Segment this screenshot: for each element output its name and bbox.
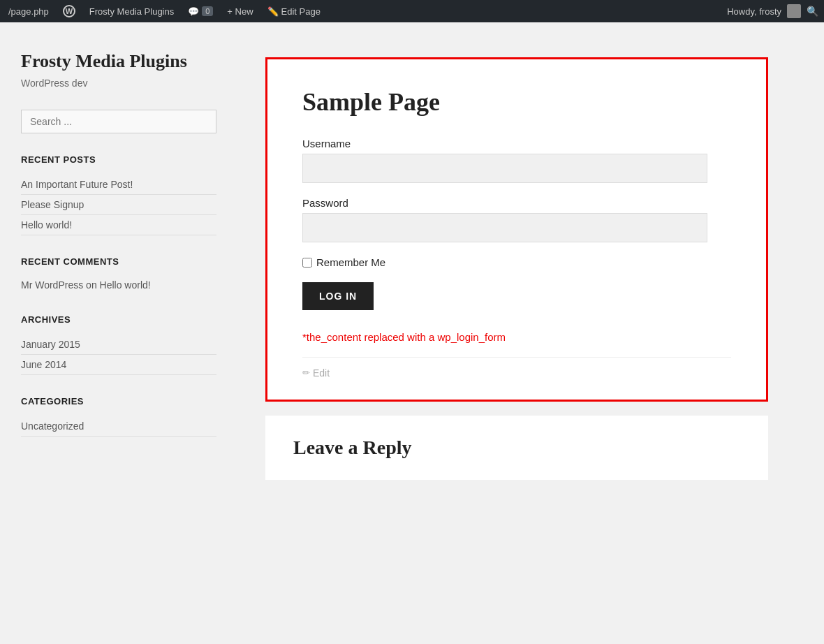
username-group: Username bbox=[302, 138, 707, 183]
categories-title: CATEGORIES bbox=[21, 396, 216, 407]
content-note: *the_content replaced with a wp_login_fo… bbox=[302, 331, 731, 343]
list-item[interactable]: June 2014 bbox=[21, 355, 216, 375]
remember-checkbox[interactable] bbox=[302, 258, 312, 268]
password-input[interactable] bbox=[302, 213, 707, 242]
login-form: Username Password Remember Me LOG IN bbox=[302, 138, 707, 331]
search-icon[interactable]: 🔍 bbox=[807, 6, 818, 17]
username-label: Username bbox=[302, 138, 707, 149]
password-group: Password bbox=[302, 197, 707, 242]
admin-bar-right: Howdy, frosty 🔍 bbox=[727, 4, 818, 18]
admin-bar-path[interactable]: /page.php bbox=[6, 0, 52, 22]
site-tagline: WordPress dev bbox=[21, 78, 216, 89]
avatar bbox=[787, 4, 801, 18]
comments-count: 0 bbox=[202, 6, 213, 16]
remember-label: Remember Me bbox=[316, 256, 385, 268]
admin-bar: /page.php W Frosty Media Plugins 💬 0 + N… bbox=[0, 0, 824, 22]
admin-bar-wp-logo[interactable]: W bbox=[60, 0, 78, 22]
site-title: Frosty Media Plugins bbox=[21, 50, 216, 72]
list-item[interactable]: An Important Future Post! bbox=[21, 175, 216, 195]
admin-bar-site[interactable]: Frosty Media Plugins bbox=[87, 0, 177, 22]
admin-bar-new[interactable]: + New bbox=[224, 0, 256, 22]
main-content: Sample Page Username Password Remember M… bbox=[237, 22, 824, 644]
wordpress-icon: W bbox=[63, 5, 75, 17]
username-input[interactable] bbox=[302, 154, 707, 183]
path-label: /page.php bbox=[8, 6, 49, 17]
list-item[interactable]: Please Signup bbox=[21, 195, 216, 215]
edit-pencil-icon: ✏ bbox=[302, 367, 310, 379]
search-input[interactable] bbox=[21, 110, 216, 133]
list-item[interactable]: Hello world! bbox=[21, 215, 216, 235]
categories-widget: CATEGORIES Uncategorized bbox=[21, 396, 216, 437]
new-label: + New bbox=[227, 6, 253, 17]
comment-on-text: on bbox=[86, 279, 99, 291]
edit-link[interactable]: Edit bbox=[313, 367, 330, 379]
recent-posts-widget: RECENT POSTS An Important Future Post! P… bbox=[21, 154, 216, 235]
login-button[interactable]: LOG IN bbox=[302, 282, 374, 310]
reply-title: Leave a Reply bbox=[293, 437, 740, 459]
sidebar: Frosty Media Plugins WordPress dev RECEN… bbox=[0, 22, 237, 644]
list-item[interactable]: Uncategorized bbox=[21, 416, 216, 437]
page-title: Sample Page bbox=[302, 87, 731, 117]
remember-row: Remember Me bbox=[302, 256, 707, 268]
comment-post-link[interactable]: Hello world! bbox=[100, 279, 151, 291]
recent-comments-title: RECENT COMMENTS bbox=[21, 256, 216, 267]
list-item[interactable]: January 2015 bbox=[21, 335, 216, 355]
howdy-text: Howdy, frosty bbox=[727, 6, 781, 17]
page-article: Sample Page Username Password Remember M… bbox=[265, 57, 768, 402]
reply-section: Leave a Reply bbox=[265, 416, 768, 480]
admin-site-name: Frosty Media Plugins bbox=[89, 6, 174, 17]
admin-bar-comments[interactable]: 💬 0 bbox=[185, 0, 216, 22]
page-wrapper: Frosty Media Plugins WordPress dev RECEN… bbox=[0, 22, 824, 644]
archives-title: ARCHIVES bbox=[21, 314, 216, 325]
comment-author-link[interactable]: Mr WordPress bbox=[21, 279, 83, 291]
archives-widget: ARCHIVES January 2015 June 2014 bbox=[21, 314, 216, 375]
edit-link-row: ✏ Edit bbox=[302, 357, 731, 379]
recent-comments-widget: RECENT COMMENTS Mr WordPress on Hello wo… bbox=[21, 256, 216, 293]
edit-page-label: Edit Page bbox=[281, 6, 321, 17]
comment-icon: 💬 bbox=[188, 6, 199, 17]
pencil-icon: ✏️ bbox=[267, 6, 279, 17]
recent-posts-title: RECENT POSTS bbox=[21, 154, 216, 165]
admin-bar-edit-page[interactable]: ✏️ Edit Page bbox=[265, 0, 323, 22]
password-label: Password bbox=[302, 197, 707, 209]
list-item: Mr WordPress on Hello world! bbox=[21, 277, 216, 293]
